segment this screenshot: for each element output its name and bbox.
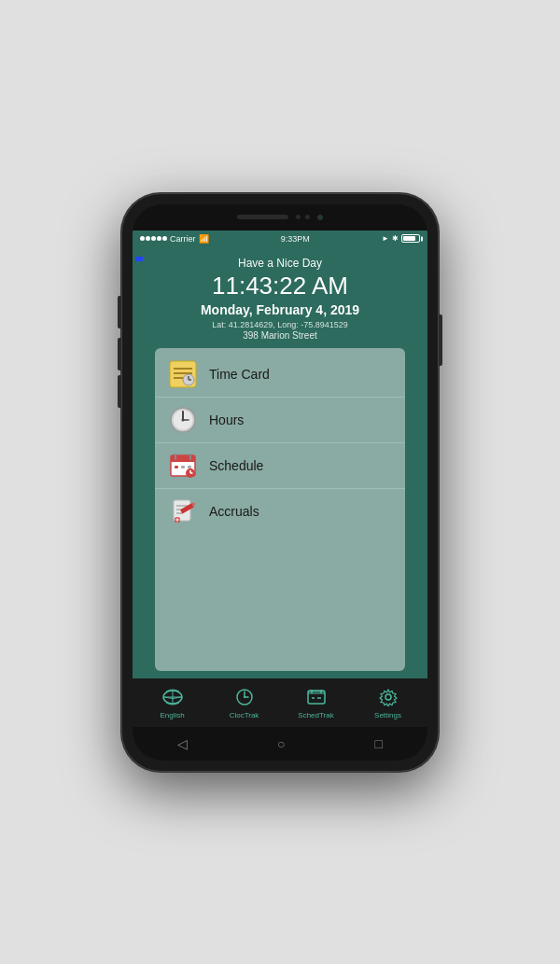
hours-icon — [166, 403, 200, 437]
svg-point-11 — [182, 418, 185, 421]
recent-button[interactable]: □ — [375, 736, 383, 751]
back-button[interactable]: ◁ — [177, 736, 188, 751]
tab-schedtrak[interactable]: SchedTrak — [293, 688, 340, 720]
svg-rect-40 — [308, 691, 325, 694]
settings-label: Settings — [374, 711, 401, 720]
street-address: 398 Marion Street — [243, 330, 317, 341]
gps-coordinates: Lat: 41.2814629, Long: -75.8941529 — [212, 320, 348, 329]
schedtrak-label: SchedTrak — [298, 711, 333, 720]
timecard-label: Time Card — [209, 367, 270, 382]
battery-fill — [403, 236, 415, 241]
english-label: English — [160, 711, 184, 720]
dot-2 — [305, 215, 310, 219]
settings-icon — [377, 688, 399, 709]
signal-indicator — [140, 236, 167, 241]
svg-point-45 — [385, 694, 391, 700]
greeting-text: Have a Nice Day — [238, 257, 322, 270]
svg-rect-14 — [171, 459, 195, 462]
menu-item-hours[interactable]: Hours — [155, 398, 405, 443]
english-icon — [161, 688, 184, 709]
dot-1 — [296, 215, 301, 219]
carrier-label: Carrier — [170, 234, 196, 244]
accruals-label: Accruals — [209, 504, 259, 519]
status-time: 9:33PM — [281, 234, 310, 244]
status-bar: Carrier 📶 9:33PM ► ✱ — [133, 231, 427, 247]
menu-item-timecard[interactable]: Time Card — [155, 352, 405, 398]
menu-item-schedule[interactable]: Schedule — [155, 443, 405, 489]
menu-wrapper: Time Card Hours — [133, 348, 427, 678]
timecard-icon — [166, 357, 200, 391]
battery-indicator — [401, 234, 420, 243]
current-date: Monday, February 4, 2019 — [201, 302, 359, 317]
tab-cloctrak[interactable]: ClocTrak — [221, 688, 268, 720]
menu-item-accruals[interactable]: Accruals — [155, 489, 405, 534]
schedule-label: Schedule — [209, 458, 263, 473]
tab-settings[interactable]: Settings — [365, 688, 412, 720]
blue-indicator — [135, 257, 143, 261]
main-menu: Time Card Hours — [155, 348, 405, 671]
home-button[interactable]: ○ — [277, 736, 285, 751]
status-left: Carrier 📶 — [140, 234, 209, 244]
phone-device: Carrier 📶 9:33PM ► ✱ Have a Nice Day 11:… — [121, 193, 439, 772]
cloctrak-label: ClocTrak — [230, 711, 259, 720]
phone-top-bar — [133, 204, 427, 231]
accruals-icon — [166, 495, 200, 528]
tab-bar: English ClocTrak — [133, 678, 427, 727]
tab-english[interactable]: English — [149, 688, 196, 720]
android-nav-bar: ◁ ○ □ — [133, 727, 427, 761]
status-right: ► ✱ — [382, 234, 420, 243]
schedule-icon — [166, 449, 200, 482]
svg-rect-19 — [188, 466, 191, 468]
schedtrak-icon — [305, 688, 328, 709]
camera — [317, 215, 323, 220]
wifi-icon: 📶 — [199, 234, 209, 244]
phone-screen: Carrier 📶 9:33PM ► ✱ Have a Nice Day 11:… — [133, 204, 427, 761]
location-icon: ► — [382, 234, 389, 243]
cloctrak-icon — [233, 688, 256, 709]
camera-dots — [296, 215, 310, 219]
app-content: Have a Nice Day 11:43:22 AM Monday, Febr… — [133, 247, 427, 678]
bluetooth-icon: ✱ — [392, 234, 399, 243]
hours-label: Hours — [209, 412, 244, 427]
current-time: 11:43:22 AM — [212, 272, 348, 300]
svg-rect-17 — [175, 466, 178, 468]
svg-point-38 — [244, 696, 245, 698]
svg-rect-18 — [181, 466, 185, 468]
speaker — [237, 215, 288, 219]
